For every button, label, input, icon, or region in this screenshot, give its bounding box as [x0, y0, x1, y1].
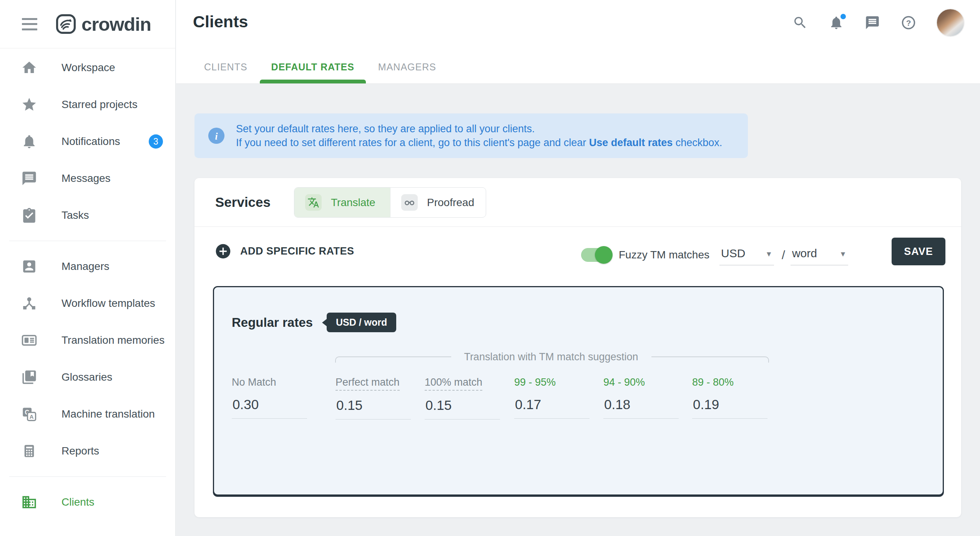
sidebar-item-tasks[interactable]: Tasks	[0, 197, 175, 234]
service-proofread-button[interactable]: Proofread	[390, 188, 486, 217]
sidebar-nav: Workspace Starred projects Notifications…	[0, 48, 175, 521]
sidebar-item-messages[interactable]: Messages	[0, 160, 175, 197]
rate-input[interactable]: 0.17	[514, 396, 590, 419]
info-banner: i Set your default rates here, so they a…	[194, 113, 748, 158]
search-icon	[792, 15, 808, 30]
main-area: Clients ?	[176, 0, 980, 536]
currency-select[interactable]: USD ▼	[719, 245, 774, 265]
notifications-button[interactable]	[828, 14, 845, 31]
rate-label: No Match	[232, 376, 276, 390]
services-title: Services	[215, 195, 271, 210]
rate-input[interactable]: 0.15	[336, 397, 411, 419]
crowdin-logo[interactable]: crowdin	[55, 13, 151, 35]
svg-text:i: i	[215, 131, 218, 141]
sidebar-item-label: Workspace	[61, 62, 115, 74]
help-button[interactable]: ?	[900, 14, 917, 31]
notification-dot	[839, 13, 847, 20]
user-avatar[interactable]	[936, 8, 965, 37]
fuzzy-tm-toggle[interactable]	[581, 248, 611, 262]
regular-rates-header: Regular rates USD / word	[232, 313, 396, 332]
info-banner-text: Set your default rates here, so they are…	[236, 122, 722, 150]
rate-column-94-90: 94 - 90% 0.18	[603, 376, 680, 419]
managers-icon	[21, 258, 37, 275]
crowdin-app: crowdin Workspace Starred projects Notif…	[0, 0, 980, 536]
sidebar-item-starred-projects[interactable]: Starred projects	[0, 86, 175, 123]
sidebar-item-translation-memories[interactable]: Translation memories	[0, 322, 175, 359]
tm-bracket-right	[651, 356, 769, 363]
sidebar-item-managers[interactable]: Managers	[0, 248, 175, 285]
sidebar-item-workflow-templates[interactable]: Workflow templates	[0, 285, 175, 322]
svg-text:?: ?	[906, 18, 911, 27]
messages-button[interactable]	[864, 14, 881, 31]
services-row: Services Translate	[194, 178, 961, 227]
svg-text:A: A	[30, 414, 34, 420]
glossaries-icon	[21, 369, 37, 385]
translate-icon	[307, 196, 319, 208]
service-switcher: Translate Proofr	[294, 187, 486, 218]
use-default-rates-emphasis: Use default rates	[589, 137, 673, 148]
unit-badge-tooltip: USD / word	[327, 313, 396, 332]
tab-clients[interactable]: CLIENTS	[204, 62, 247, 83]
rate-label: 89 - 80%	[692, 376, 734, 390]
rate-column-100-match: 100% match 0.15	[425, 376, 502, 419]
clients-building-icon	[21, 494, 37, 510]
sidebar-item-notifications[interactable]: Notifications 3	[0, 123, 175, 160]
sidebar-item-label: Notifications	[61, 135, 120, 148]
rate-column-no-match: No Match 0.30	[232, 376, 309, 419]
unit-select[interactable]: word ▼	[791, 245, 848, 265]
rates-toolbar: ADD SPECIFIC RATES Fuzzy TM matches USD …	[194, 227, 961, 285]
sidebar-item-clients[interactable]: Clients	[0, 484, 175, 521]
sidebar-item-label: Clients	[61, 496, 95, 508]
workflow-icon	[21, 295, 37, 311]
per-separator: /	[782, 248, 785, 262]
rate-input[interactable]: 0.19	[692, 396, 767, 419]
sidebar-item-label: Machine translation	[61, 408, 155, 420]
sidebar-item-label: Tasks	[61, 209, 89, 221]
help-icon: ?	[901, 15, 916, 30]
tab-managers[interactable]: MANAGERS	[378, 62, 436, 83]
content-area: i Set your default rates here, so they a…	[176, 84, 980, 536]
rate-input[interactable]: 0.30	[232, 396, 307, 419]
translate-icon-tile	[305, 194, 322, 211]
sidebar-item-label: Reports	[61, 445, 99, 457]
star-icon	[21, 97, 37, 113]
sidebar-item-label: Managers	[61, 260, 110, 273]
sidebar-item-machine-translation[interactable]: G A Machine translation	[0, 396, 175, 433]
regular-rates-panel: Regular rates USD / word Translation wit…	[213, 286, 944, 496]
service-translate-button[interactable]: Translate	[294, 188, 390, 217]
sidebar-item-workspace[interactable]: Workspace	[0, 49, 175, 86]
sidebar-item-label: Translation memories	[61, 334, 164, 346]
save-button[interactable]: SAVE	[892, 238, 945, 265]
rate-label: 99 - 95%	[514, 376, 556, 390]
sidebar-item-glossaries[interactable]: Glossaries	[0, 359, 175, 396]
notifications-count-badge: 3	[149, 135, 163, 149]
topbar: Clients ?	[176, 0, 980, 84]
tm-bracket-left	[335, 356, 451, 363]
rate-label[interactable]: 100% match	[425, 376, 482, 391]
sidebar-item-label: Workflow templates	[61, 297, 155, 310]
sidebar-divider	[9, 241, 166, 241]
sidebar-item-label: Starred projects	[61, 98, 138, 111]
info-line-1: Set your default rates here, so they are…	[236, 122, 722, 136]
add-specific-rates-button[interactable]: ADD SPECIFIC RATES	[215, 243, 354, 259]
regular-rates-title: Regular rates	[232, 315, 313, 330]
rate-label[interactable]: Perfect match	[336, 376, 400, 391]
info-line-2: If you need to set different rates for a…	[236, 136, 722, 150]
rate-input[interactable]: 0.15	[425, 397, 500, 419]
search-button[interactable]	[792, 14, 809, 31]
home-icon	[21, 60, 37, 76]
tab-default-rates[interactable]: DEFAULT RATES	[271, 62, 354, 83]
tm-bracket-label: Translation with TM match suggestion	[458, 351, 644, 363]
chevron-down-icon: ▼	[839, 250, 847, 258]
page-title: Clients	[193, 12, 248, 31]
fuzzy-tm-label: Fuzzy TM matches	[619, 249, 709, 261]
sidebar-logo-row: crowdin	[0, 0, 175, 48]
default-rates-card: Services Translate	[194, 178, 961, 517]
rate-input[interactable]: 0.18	[603, 396, 679, 419]
chat-icon	[865, 15, 880, 30]
sidebar-item-reports[interactable]: Reports	[0, 433, 175, 469]
hamburger-menu-icon[interactable]	[22, 18, 37, 30]
reports-icon	[21, 443, 37, 459]
tab-bar: CLIENTS DEFAULT RATES MANAGERS	[204, 62, 436, 83]
proofread-icon-tile	[401, 194, 418, 211]
